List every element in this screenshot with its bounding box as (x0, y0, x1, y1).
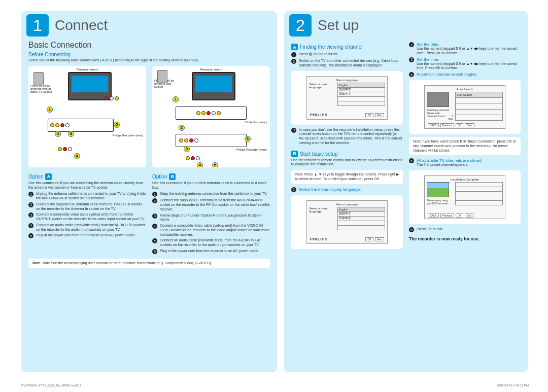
secB-step5-text: The first preset channel appears. (417, 163, 521, 167)
secB-letter: B (291, 151, 298, 157)
secA-screen: Menu Language Select a menu language. En… (306, 76, 388, 120)
secA-brand: PHILIPS (310, 113, 328, 117)
secB-screen-title: Menu Language (309, 203, 385, 206)
optA-step1: Unplug the antenna cable that is connect… (36, 192, 146, 201)
install-btn-prev: Previous (440, 213, 454, 218)
auto-left1: Searching channels. Please wait. (427, 109, 453, 115)
secA-steps: 1Press ⏻ on the recorder. 2Switch on the… (291, 52, 403, 68)
secB-btns: OK Next (365, 237, 384, 241)
optB-step1: Keep the existing antenna connection fro… (160, 192, 270, 197)
option-a-letter: A (45, 173, 52, 180)
secB-screen-left: Select a menu language. (309, 207, 335, 230)
secB-note1-text: Note Press ▲ ▼ keys to toggle through th… (295, 172, 399, 181)
setup-columns: A Finding the viewing channel 1Press ⏻ o… (291, 41, 521, 252)
auto-btn-next: Next (465, 123, 474, 127)
secB-brand: PHILIPS (310, 237, 328, 241)
secA-screen-title: Menu Language (309, 79, 385, 82)
install-title: Installation Complete (427, 178, 503, 181)
auto-row1: Stop Search (456, 92, 503, 98)
install-table (455, 182, 503, 205)
connect-bottom-note: Note Note See the accompanying user manu… (28, 259, 270, 268)
optB-step5: Connect an audio cable (red/white ends) … (160, 238, 270, 247)
secA-row-empty1 (338, 96, 385, 101)
secB-row3: 简体中文 (338, 216, 385, 221)
page-spread: 1 Connect Basic Connection Before Connec… (21, 11, 529, 372)
auto-btn-prev: Previous (440, 123, 454, 127)
dB-rec-label: Philips Recorder (rear) (236, 148, 267, 151)
secA-btn-next: Next (375, 113, 384, 117)
secB-step3-text: Use the numeric keypad 0-9 or ▲▼◀▶ keys … (417, 62, 521, 71)
install-btns: BACK Previous OK Exit (428, 213, 473, 218)
setup-header: 2 Set up (289, 14, 521, 37)
recorder-ready: The recorder is now ready for use. (409, 236, 521, 241)
setup-badge: 2 (289, 14, 312, 37)
dA-tv-label: Television (rear) (76, 68, 98, 71)
secB-step3-wrap: 3 Set the time. Use the numeric keypad 0… (409, 57, 521, 71)
install-left: Please enjoy using your DVD recorder. (427, 199, 453, 205)
secB-step1-label: Select the menu display language. (299, 187, 403, 192)
connect-title: Connect (55, 17, 108, 33)
secB-note2: Note If you have used Option B in 'Basic… (409, 137, 521, 155)
secA-screen-left: Select a menu language. (309, 83, 335, 106)
connect-badge: 1 (26, 14, 49, 37)
secA-screen-table: English 繁體中文 简体中文 (337, 83, 385, 106)
dB-television (192, 72, 235, 100)
secB-step2-text: Use the numeric keypad 0-9 or ▲▼◀▶ keys … (417, 47, 521, 56)
option-b-intro: Use this connection if your current ante… (152, 181, 270, 190)
diagram-option-a: Television (rear) From an off-air antenn… (28, 66, 146, 167)
option-b-column: Option B Use this connection if your cur… (152, 170, 270, 256)
before-connecting-text: Select one of the following basic connec… (28, 58, 270, 63)
secB-title: Start basic setup (300, 151, 337, 157)
secA-row2: 繁體中文 (338, 87, 385, 92)
before-connecting-text-span: Select one of the following basic connec… (28, 58, 199, 62)
option-b-steps: 1Keep the existing antenna connection fr… (152, 192, 270, 254)
secB-screen-table: English 繁體中文 简体中文 (337, 207, 385, 230)
secB-step2-label: Set the date. (417, 42, 521, 47)
auto-table: Stop Search (455, 92, 503, 121)
auto-left2: Channels found (427, 115, 444, 118)
secB-step1-wrap: 1 Select the menu display language. (291, 187, 403, 192)
dB-tv-label: Television (rear) (200, 68, 222, 71)
secA-title: Finding the viewing channel (300, 44, 362, 50)
secB-step4-label: Automatic channel search begins. (417, 72, 521, 77)
optA-step3: Connect a composite video cable (yellow … (36, 212, 146, 222)
secA-step1: Press ⏻ on the recorder. (299, 52, 403, 57)
dB-cable-label: Cable Box (rear) (245, 121, 267, 124)
optB-step2: Connect the supplied RF antenna cable fr… (160, 198, 270, 211)
install-screen-wrap: Installation Complete Please enjoy using… (409, 170, 521, 224)
secB-screen: Menu Language Select a menu language. En… (306, 200, 388, 244)
secA-step2: Switch on the TV and other connected dev… (299, 59, 403, 68)
dB-wall (157, 70, 167, 83)
optA-step5: Plug in the power cord from the recorder… (36, 233, 146, 238)
secB-step6-wrap: 6 Press OK to exit. (409, 227, 521, 232)
secA-row-empty2 (338, 101, 385, 105)
option-b-letter: B (169, 173, 176, 180)
secB-btn-ok: OK (365, 237, 373, 241)
dA-rec-label: Philips Recorder (rear) (113, 134, 143, 137)
secA-step3: In case you don't see the recorder's ins… (299, 128, 403, 146)
secB-row1: English (338, 207, 385, 211)
option-b-header: Option B (152, 173, 270, 180)
secB-row-empty1 (338, 221, 385, 225)
options-row: Option A Use this connection if you are … (28, 170, 270, 256)
optB-step6: Plug in the power cord from the recorder… (160, 249, 270, 254)
secB-step6-text: Press OK to exit. (417, 227, 521, 232)
dA-recorder (48, 119, 114, 132)
footer-left: DVDR3600_97-75_QSG_En_20981.indd2 2 (21, 384, 81, 387)
secB-step3-label: Set the time. (417, 57, 521, 62)
before-connecting-title: Before Connecting (28, 52, 270, 57)
secB-step4-wrap: 4 Automatic channel search begins. (409, 72, 521, 77)
setup-title: Set up (318, 17, 359, 33)
auto-btn-ok: OK (456, 123, 463, 127)
auto-screen: Auto Search Searching channels. Please w… (424, 85, 505, 129)
auto-btns: BACK Previous OK Next (428, 123, 474, 127)
option-a-steps: 1Unplug the antenna cable that is connec… (28, 192, 146, 238)
install-btn-exit: Exit (465, 213, 473, 218)
dB-bottom-ports (186, 156, 200, 160)
diagram-option-b: Television (rear) From an off-air antenn… (152, 66, 270, 167)
option-a-column: Option A Use this connection if you are … (28, 170, 146, 256)
option-a-intro: Use this connection if you are connectin… (28, 181, 146, 190)
secB-step2-wrap: 2 Set the date. Use the numeric keypad 0… (409, 42, 521, 56)
optB-step4: Connect a composite video cable (yellow … (160, 224, 270, 237)
secB-row2: 繁體中文 (338, 211, 385, 216)
